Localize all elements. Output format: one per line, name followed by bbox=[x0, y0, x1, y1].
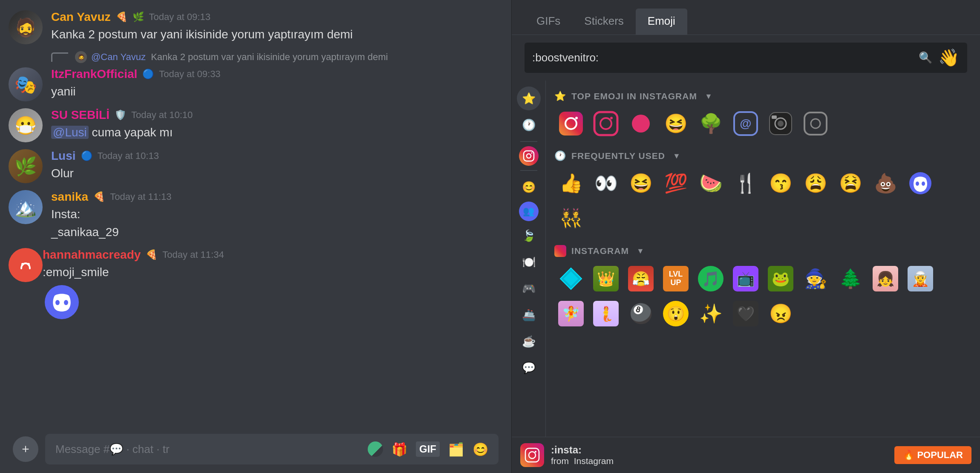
tooltip-source-name: Instagram bbox=[574, 456, 614, 466]
list-item[interactable] bbox=[904, 167, 937, 200]
list-item[interactable]: 🍉 bbox=[694, 167, 727, 200]
tab-gifs[interactable]: GIFs bbox=[525, 9, 572, 35]
message-content: Can Yavuz 🍕 🌿 Today at 09:13 Kanka 2 pos… bbox=[51, 10, 503, 43]
discord-emoji bbox=[43, 283, 503, 327]
list-item[interactable]: 🎵 bbox=[694, 262, 727, 295]
chevron-down-icon[interactable]: ▼ bbox=[673, 152, 681, 161]
svg-point-8 bbox=[531, 153, 532, 154]
message-input-field[interactable]: Message #💬 · chat · tr 🎁 GIF 🗂️ 😊 bbox=[45, 434, 499, 464]
svg-point-14 bbox=[600, 118, 611, 129]
emoji-search: 🔍 👋 bbox=[512, 35, 980, 81]
table-row: 😷 SU SEBİLİ 🛡️ Today at 10:10 @Lusi cuma… bbox=[0, 107, 511, 144]
list-item[interactable]: 👧 bbox=[869, 262, 902, 295]
user-badge: 🌿 bbox=[133, 12, 144, 23]
list-item[interactable]: 🧚 bbox=[554, 297, 588, 330]
list-item[interactable]: 😲 bbox=[659, 297, 692, 330]
username[interactable]: sanika bbox=[51, 190, 88, 204]
sidebar-item-nature[interactable]: 🍃 bbox=[517, 224, 541, 248]
emoji-tabs: GIFs Stickers Emoji bbox=[512, 0, 980, 35]
message-content: ItzFrankOfficial 🔵 Today at 09:33 yanii bbox=[51, 67, 503, 101]
emoji-pink-circle[interactable] bbox=[624, 107, 657, 140]
reply-avatar: 🧔 bbox=[75, 51, 87, 63]
list-item[interactable] bbox=[554, 262, 588, 295]
svg-point-0 bbox=[13, 252, 38, 278]
sidebar-item-travel[interactable]: 🚢 bbox=[517, 303, 541, 327]
svg-point-23 bbox=[811, 119, 820, 128]
emoji-picker-icon[interactable]: 😊 bbox=[473, 442, 488, 457]
mention[interactable]: @Lusi bbox=[51, 126, 89, 139]
app-container: 🧔 Can Yavuz 🍕 🌿 Today at 09:13 Kanka 2 p… bbox=[0, 0, 980, 473]
emoji-old-camera[interactable] bbox=[764, 107, 797, 140]
svg-rect-22 bbox=[804, 112, 827, 135]
sidebar-item-people[interactable]: 😊 bbox=[517, 175, 541, 199]
list-item[interactable]: 💯 bbox=[659, 167, 692, 200]
username[interactable]: SU SEBİLİ bbox=[51, 108, 110, 122]
list-item[interactable]: 📺 bbox=[729, 262, 762, 295]
svg-point-26 bbox=[922, 182, 925, 186]
chevron-down-icon[interactable]: ▼ bbox=[637, 247, 645, 256]
list-item[interactable]: 👑 bbox=[589, 262, 623, 295]
list-item[interactable]: 😤 bbox=[624, 262, 657, 295]
list-item[interactable]: 🧝 bbox=[904, 262, 937, 295]
list-item[interactable]: 😩 bbox=[799, 167, 832, 200]
username[interactable]: Can Yavuz bbox=[51, 10, 111, 24]
tooltip-info: :insta: from Instagram bbox=[551, 444, 888, 466]
tab-stickers[interactable]: Stickers bbox=[572, 9, 635, 35]
sidebar-item-crowd[interactable]: 👥 bbox=[519, 202, 539, 221]
list-item[interactable]: LVL UP bbox=[659, 262, 692, 295]
avatar bbox=[9, 248, 43, 282]
avatar: 🌿 bbox=[9, 149, 43, 183]
list-item[interactable]: 💩 bbox=[869, 167, 902, 200]
list-item[interactable]: 🍴 bbox=[729, 167, 762, 200]
username[interactable]: Lusi bbox=[51, 149, 76, 163]
chevron-down-icon[interactable]: ▼ bbox=[705, 92, 713, 101]
sidebar-item-instagram[interactable] bbox=[519, 146, 539, 166]
sidebar-item-activity[interactable]: 🎮 bbox=[517, 277, 541, 300]
list-item[interactable]: 🖤 bbox=[729, 297, 762, 330]
list-item[interactable]: 😆 bbox=[624, 167, 657, 200]
username[interactable]: hannahmacready bbox=[43, 248, 141, 262]
message-text: :emoji_smile bbox=[43, 263, 503, 281]
add-attachment-button[interactable]: + bbox=[13, 436, 38, 462]
input-bar: + Message #💬 · chat · tr 🎁 GIF 🗂️ 😊 bbox=[0, 427, 511, 473]
emoji-threads[interactable]: @ bbox=[729, 107, 762, 140]
list-item[interactable]: 🌲 bbox=[834, 262, 867, 295]
section-title: TOP EMOJI IN INSTAGRAM bbox=[571, 91, 697, 101]
message-input[interactable]: Message #💬 · chat · tr bbox=[55, 443, 361, 456]
sidebar-item-symbols[interactable]: 💬 bbox=[517, 356, 541, 380]
list-item[interactable]: 🧜 bbox=[589, 297, 623, 330]
list-item[interactable]: 👯 bbox=[554, 202, 588, 235]
sticker-icon[interactable]: 🗂️ bbox=[448, 442, 464, 457]
timestamp: Today at 09:33 bbox=[159, 69, 220, 80]
list-item[interactable]: 👀 bbox=[589, 167, 623, 200]
message-header: hannahmacready 🍕 Today at 11:34 bbox=[43, 248, 503, 262]
emoji-tree[interactable]: 🌳 bbox=[694, 107, 727, 140]
list-item[interactable]: 😙 bbox=[764, 167, 797, 200]
list-item[interactable]: 😠 bbox=[764, 297, 797, 330]
username[interactable]: ItzFrankOfficial bbox=[51, 67, 137, 81]
list-item[interactable]: 🐸 bbox=[764, 262, 797, 295]
emoji-category-sidebar: ⭐ 🕐 😊 👥 🍃 🍽️ 🎮 🚢 bbox=[512, 81, 546, 437]
sidebar-item-star[interactable]: ⭐ bbox=[517, 87, 541, 110]
emoji-content: ⭐ TOP EMOJI IN INSTAGRAM ▼ bbox=[546, 81, 980, 437]
tab-emoji[interactable]: Emoji bbox=[636, 9, 687, 35]
list-item[interactable]: 🎱 bbox=[624, 297, 657, 330]
sidebar-item-clock[interactable]: 🕐 bbox=[517, 113, 541, 137]
sidebar-item-objects[interactable]: ☕ bbox=[517, 329, 541, 353]
gif-icon[interactable]: GIF bbox=[416, 441, 440, 457]
timestamp: Today at 11:13 bbox=[110, 191, 171, 202]
list-item[interactable]: 😫 bbox=[834, 167, 867, 200]
emoji-gray-square[interactable] bbox=[799, 107, 832, 140]
list-item[interactable]: 👍 bbox=[554, 167, 588, 200]
emoji-laugh[interactable]: 😆 bbox=[659, 107, 692, 140]
emoji-insta2[interactable] bbox=[589, 107, 623, 140]
messages-list: 🧔 Can Yavuz 🍕 🌿 Today at 09:13 Kanka 2 p… bbox=[0, 0, 511, 427]
sidebar-item-food[interactable]: 🍽️ bbox=[517, 250, 541, 274]
list-item[interactable]: ✨ bbox=[694, 297, 727, 330]
emoji-search-input[interactable] bbox=[532, 51, 913, 64]
emoji-insta1[interactable] bbox=[554, 107, 588, 140]
svg-rect-9 bbox=[559, 112, 583, 136]
gift-icon[interactable]: 🎁 bbox=[392, 442, 407, 457]
list-item[interactable]: 🧙 bbox=[799, 262, 832, 295]
svg-point-31 bbox=[535, 451, 536, 453]
